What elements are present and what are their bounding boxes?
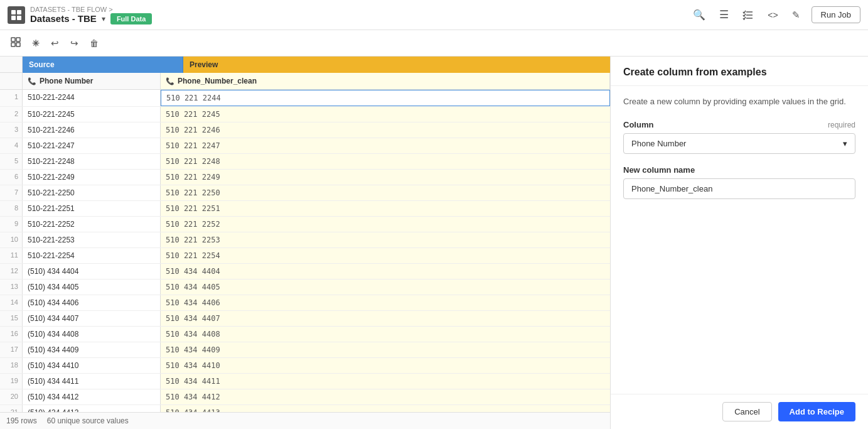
svg-rect-10 (16, 43, 20, 46)
search-icon[interactable]: 🔍 (690, 8, 708, 22)
grid-icon[interactable] (8, 35, 24, 51)
check-list-icon[interactable] (740, 8, 756, 22)
preview-section-header: Preview (183, 57, 610, 73)
table-row: 13 (510) 434 4405 510 434 4405 (0, 280, 610, 295)
table-row: 4 510-221-2247 510 221 2247 (0, 138, 610, 154)
table-row: 20 (510) 434 4412 510 434 4412 (0, 389, 610, 405)
table-row: 21 (510) 434 4413 510 434 4413 (0, 405, 610, 412)
cell-preview: 510 221 2247 (161, 138, 610, 153)
top-bar-right: 🔍 ☰ <> ✎ Run Job (690, 6, 860, 23)
column-headers: 📞 Phone Number 📞 Phone_Number_clean (0, 73, 610, 90)
svg-rect-7 (11, 38, 15, 41)
column-dropdown[interactable]: Phone Number ▾ (623, 133, 855, 154)
panel-description: Create a new column by providing example… (623, 96, 855, 107)
cell-source: (510) 434 4406 (23, 295, 161, 310)
cell-source: 510-221-2248 (23, 154, 161, 169)
grid-section-headers: Source Preview (0, 57, 610, 73)
row-number: 1 (0, 90, 23, 106)
row-number: 16 (0, 327, 23, 342)
page-title: Datasets - TBE (30, 13, 97, 24)
cell-source: 510-221-2253 (23, 232, 161, 247)
table-row: 3 510-221-2246 510 221 2246 (0, 122, 610, 138)
row-number: 19 (0, 374, 23, 389)
table-row: 16 (510) 434 4408 510 434 4408 (0, 327, 610, 342)
row-number: 15 (0, 311, 23, 326)
cell-preview: 510 434 4409 (161, 342, 610, 357)
grid-panel: Source Preview 📞 Phone Number 📞 Phone_Nu… (0, 57, 611, 429)
cell-source: (510) 434 4410 (23, 358, 161, 373)
top-bar-left: DATASETS - TBE FLOW > Datasets - TBE ▾ F… (8, 6, 152, 24)
cell-preview: 510 434 4407 (161, 311, 610, 326)
cell-preview: 510 221 2251 (161, 201, 610, 216)
cell-preview: 510 221 2253 (161, 232, 610, 247)
new-column-form-group: New column name (623, 165, 855, 199)
undo-button[interactable]: ↩ (48, 36, 62, 51)
cell-preview: 510 434 4406 (161, 295, 610, 310)
table-row: 15 (510) 434 4407 510 434 4407 (0, 311, 610, 327)
phone-icon: 📞 (28, 77, 36, 85)
table-row: 14 (510) 434 4406 510 434 4406 (0, 295, 610, 311)
main-layout: Source Preview 📞 Phone Number 📞 Phone_Nu… (0, 57, 868, 429)
cancel-button[interactable]: Cancel (722, 402, 771, 421)
run-job-button[interactable]: Run Job (812, 6, 860, 23)
svg-rect-8 (16, 38, 20, 41)
delete-button[interactable]: 🗑 (87, 36, 102, 50)
pencil-icon[interactable]: ✎ (790, 8, 803, 22)
cell-preview: 510 434 4411 (161, 374, 610, 389)
svg-rect-9 (11, 43, 15, 46)
cell-preview: 510 434 4413 (161, 405, 610, 412)
row-number: 3 (0, 122, 23, 138)
row-number: 17 (0, 342, 23, 357)
row-number: 18 (0, 358, 23, 373)
cell-source: 510-221-2254 (23, 248, 161, 263)
cell-source: 510-221-2249 (23, 170, 161, 185)
table-row: 10 510-221-2253 510 221 2253 (0, 232, 610, 248)
right-panel: Create column from examples Create a new… (611, 57, 868, 429)
row-number: 2 (0, 107, 23, 122)
table-row: 19 (510) 434 4411 510 434 4411 (0, 374, 610, 389)
right-panel-body: Create a new column by providing example… (611, 86, 868, 394)
new-column-input[interactable] (623, 178, 855, 199)
code-icon[interactable]: <> (765, 9, 780, 21)
cell-preview: 510 434 4410 (161, 358, 610, 373)
unique-count: 60 unique source values (47, 416, 129, 425)
table-row: 12 (510) 434 4404 510 434 4404 (0, 264, 610, 280)
table-row: 18 (510) 434 4410 510 434 4410 (0, 358, 610, 374)
row-number: 9 (0, 217, 23, 232)
asterisk-icon[interactable]: ✳ (29, 36, 43, 50)
svg-rect-1 (17, 10, 21, 14)
cell-preview: 510 434 4405 (161, 280, 610, 295)
cell-preview: 510 434 4408 (161, 327, 610, 342)
column-form-group: Column required Phone Number ▾ (623, 120, 855, 154)
toolbar: ✳ ↩ ↪ 🗑 (0, 30, 868, 57)
row-number: 13 (0, 280, 23, 295)
chevron-down-icon[interactable]: ▾ (102, 14, 105, 23)
cell-source: (510) 434 4405 (23, 280, 161, 295)
table-row: 1 510-221-2244 510 221 2244 (0, 90, 610, 107)
cell-preview: 510 221 2248 (161, 154, 610, 169)
redo-button[interactable]: ↪ (67, 36, 82, 51)
table-row: 17 (510) 434 4409 510 434 4409 (0, 342, 610, 358)
cell-preview: 510 221 2250 (161, 185, 610, 200)
cell-source: 510-221-2250 (23, 185, 161, 200)
cell-source: (510) 434 4404 (23, 264, 161, 279)
column-label: Column required (623, 120, 855, 129)
cell-preview: 510 434 4404 (161, 264, 610, 279)
svg-rect-0 (11, 10, 16, 14)
new-column-label: New column name (623, 165, 855, 175)
svg-rect-3 (17, 16, 21, 20)
cell-preview[interactable]: 510 221 2244 (161, 90, 610, 106)
grid-body: 1 510-221-2244 510 221 2244 2 510-221-22… (0, 90, 610, 412)
cell-preview: 510 221 2245 (161, 107, 610, 122)
row-number: 14 (0, 295, 23, 310)
cell-source: 510-221-2245 (23, 107, 161, 122)
add-to-recipe-button[interactable]: Add to Recipe (778, 402, 855, 421)
table-row: 11 510-221-2254 510 221 2254 (0, 248, 610, 264)
list-icon[interactable]: ☰ (717, 7, 731, 23)
right-panel-title: Create column from examples (611, 57, 868, 86)
breadcrumb: DATASETS - TBE FLOW > (30, 6, 152, 13)
table-row: 6 510-221-2249 510 221 2249 (0, 170, 610, 185)
row-number: 12 (0, 264, 23, 279)
chevron-down-icon: ▾ (843, 139, 847, 148)
cell-source: (510) 434 4411 (23, 374, 161, 389)
